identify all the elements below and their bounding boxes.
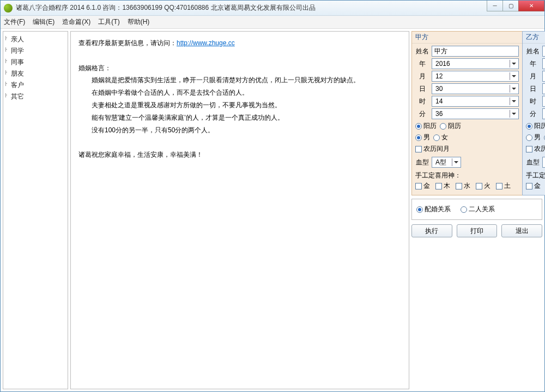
motto-line: 婚姻就是把爱情落实到生活里，睁开一只眼看清楚对方的优点，闭上一只眼无视对方的缺点… [78, 74, 401, 87]
b-el-gold[interactable]: 金 [526, 181, 541, 191]
window-title: 诸葛八字合婚程序 2014 6.1.0 咨询：13663906199 QQ:47… [16, 3, 487, 13]
a-male-radio[interactable]: 男 [415, 133, 430, 142]
b-day-combo[interactable]: 30 [542, 83, 545, 94]
a-el-gold[interactable]: 金 [415, 181, 430, 191]
label-name: 姓名 [526, 47, 540, 56]
b-minute-combo[interactable]: 36 [542, 108, 545, 119]
menu-file[interactable]: 文件(F) [4, 17, 25, 27]
closing-text: 诸葛祝您家庭幸福，生活安康，幸福美满！ [78, 149, 401, 161]
nav-item[interactable]: 朋友 [3, 68, 68, 79]
a-el-fire[interactable]: 火 [476, 181, 491, 191]
rel-two-radio[interactable]: 二人关系 [461, 205, 495, 214]
chevron-down-icon [510, 60, 517, 68]
label-month: 月 [526, 72, 540, 81]
close-button[interactable]: ✕ [518, 1, 544, 11]
a-year-combo[interactable]: 2016 [432, 58, 519, 69]
nav-item[interactable]: 客户 [3, 79, 68, 91]
panel-a-title: 甲方 [412, 32, 522, 44]
a-leap-check[interactable]: 农历闰月 [415, 144, 519, 154]
label-hour: 时 [526, 97, 540, 106]
b-manual-label: 手工定喜用神： [526, 171, 545, 180]
menu-tools[interactable]: 工具(T) [98, 17, 119, 27]
a-el-earth[interactable]: 土 [496, 181, 511, 191]
b-male-radio[interactable]: 男 [526, 133, 541, 142]
exit-button[interactable]: 退出 [501, 224, 542, 237]
panel-b-title: 乙方 [523, 32, 545, 44]
update-text: 查看程序最新更新信息，请访问： [78, 39, 177, 47]
label-blood: 血型 [526, 158, 540, 167]
nav-item[interactable]: 亲人 [3, 34, 68, 45]
minimize-button[interactable]: ─ [487, 1, 503, 11]
a-day-combo[interactable]: 30 [432, 83, 519, 94]
button-row: 执行 打印 退出 [411, 224, 542, 237]
b-year-combo[interactable]: 2016 [542, 58, 545, 69]
panel-b: 乙方 姓名 年2016 月12 日30 时14 分36 阳历 阴历 男 女 [522, 31, 545, 195]
label-minute: 分 [526, 109, 540, 119]
chevron-down-icon [510, 97, 517, 105]
menu-help[interactable]: 帮助(H) [128, 17, 150, 27]
panel-a: 甲方 姓名 年2016 月12 日30 时14 分36 阳历 阴历 男 女 [411, 31, 523, 195]
motto-heading: 婚姻格言： [78, 62, 401, 75]
motto-line: 能有智慧'建立一个温馨美满家庭'的人，才算是一个真正成功的人。 [78, 112, 401, 124]
chevron-down-icon [452, 158, 459, 166]
a-female-radio[interactable]: 女 [433, 133, 448, 142]
motto-line: 没有100分的另一半，只有50分的两个人。 [78, 124, 401, 137]
motto-line: 在婚姻中学着做个合适的人，而不是去找个合适的人。 [78, 87, 401, 99]
menubar: 文件(F) 编辑(E) 造命篇(X) 工具(T) 帮助(H) [1, 16, 544, 29]
a-minute-combo[interactable]: 36 [432, 108, 519, 119]
a-blood-combo[interactable]: A型 [432, 157, 461, 168]
a-lunar-radio[interactable]: 阴历 [440, 121, 461, 131]
b-solar-radio[interactable]: 阳历 [526, 121, 545, 131]
titlebar: 诸葛八字合婚程序 2014 6.1.0 咨询：13663906199 QQ:47… [1, 1, 544, 16]
menu-edit[interactable]: 编辑(E) [33, 17, 55, 27]
label-month: 月 [415, 72, 429, 81]
a-manual-label: 手工定喜用神： [415, 171, 519, 180]
print-button[interactable]: 打印 [457, 224, 498, 237]
label-minute: 分 [415, 109, 429, 119]
a-hour-combo[interactable]: 14 [432, 96, 519, 107]
chevron-down-icon [510, 85, 517, 93]
client-area: 亲人 同学 同事 朋友 客户 其它 查看程序最新更新信息，请访问：http://… [1, 29, 544, 391]
run-button[interactable]: 执行 [411, 224, 452, 237]
label-day: 日 [415, 84, 429, 94]
b-name-input[interactable] [542, 46, 545, 57]
a-name-input[interactable] [432, 46, 519, 57]
nav-item[interactable]: 其它 [3, 91, 68, 102]
nav-item[interactable]: 同事 [3, 57, 68, 68]
a-el-water[interactable]: 水 [456, 181, 470, 191]
content-pane: 查看程序最新更新信息，请访问：http://www.zhuge.cc 婚姻格言：… [70, 31, 409, 389]
nav-item[interactable]: 同学 [3, 45, 68, 57]
a-month-combo[interactable]: 12 [432, 71, 519, 82]
menu-fate[interactable]: 造命篇(X) [62, 17, 90, 27]
label-day: 日 [526, 84, 540, 94]
right-column: 甲方 姓名 年2016 月12 日30 时14 分36 阳历 阴历 男 女 [411, 31, 542, 389]
label-name: 姓名 [415, 47, 429, 56]
chevron-down-icon [510, 110, 517, 118]
a-el-wood[interactable]: 木 [435, 181, 450, 191]
app-icon [4, 4, 13, 13]
relation-row: 配婚关系 二人关系 [411, 199, 542, 220]
label-blood: 血型 [415, 158, 429, 167]
label-year: 年 [526, 59, 540, 69]
b-month-combo[interactable]: 12 [542, 71, 545, 82]
window-controls: ─ ▢ ✕ [487, 1, 544, 15]
b-leap-check[interactable]: 农历闰月 [526, 144, 545, 154]
motto-line: 夫妻相处之道是重视及感谢对方所做的一切，不要凡事视为当然。 [78, 99, 401, 112]
left-nav: 亲人 同学 同事 朋友 客户 其它 [3, 31, 68, 389]
b-blood-combo[interactable]: A型 [542, 157, 545, 168]
maximize-button[interactable]: ▢ [502, 1, 519, 11]
label-hour: 时 [415, 97, 429, 106]
update-link[interactable]: http://www.zhuge.cc [177, 39, 235, 47]
rel-marriage-radio[interactable]: 配婚关系 [416, 205, 451, 214]
a-solar-radio[interactable]: 阳历 [415, 121, 437, 131]
b-hour-combo[interactable]: 14 [542, 96, 545, 107]
app-window: 诸葛八字合婚程序 2014 6.1.0 咨询：13663906199 QQ:47… [0, 0, 545, 392]
label-year: 年 [415, 59, 429, 69]
chevron-down-icon [510, 72, 517, 80]
